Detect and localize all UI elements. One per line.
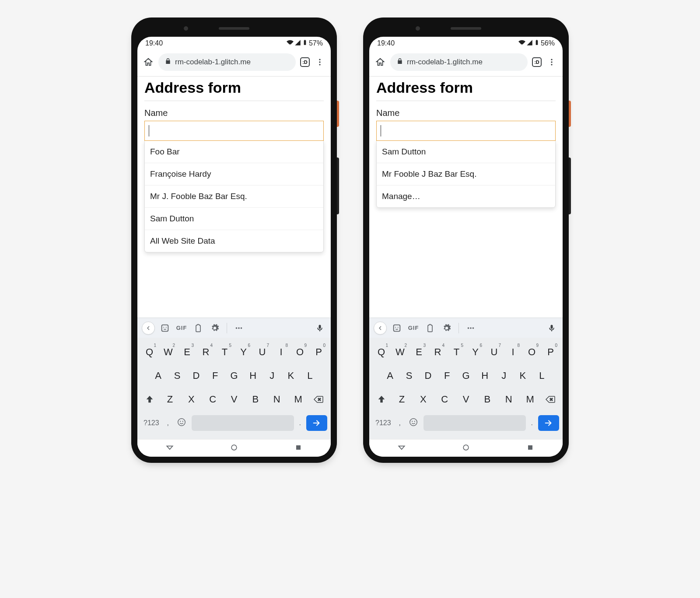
home-icon[interactable] xyxy=(374,56,386,68)
backspace-key[interactable] xyxy=(541,394,560,405)
emoji-key[interactable] xyxy=(174,413,189,433)
nav-recent-icon[interactable] xyxy=(294,443,303,454)
spacebar-key[interactable] xyxy=(192,415,294,431)
keyboard-back-icon[interactable] xyxy=(374,322,387,335)
nav-home-icon[interactable] xyxy=(230,443,238,454)
key-O[interactable]: O9 xyxy=(290,342,309,362)
address-bar[interactable]: rm-codelab-1.glitch.me xyxy=(390,53,528,71)
address-bar[interactable]: rm-codelab-1.glitch.me xyxy=(158,53,296,71)
mic-icon[interactable] xyxy=(313,324,326,332)
key-S[interactable]: S xyxy=(168,366,186,386)
autofill-suggestion[interactable]: All Web Site Data xyxy=(145,230,323,252)
shift-key[interactable] xyxy=(140,395,159,404)
key-I[interactable]: I8 xyxy=(504,342,522,362)
more-icon[interactable] xyxy=(464,323,477,333)
key-B[interactable]: B xyxy=(476,389,498,409)
key-A[interactable]: A xyxy=(149,366,168,386)
enter-key[interactable] xyxy=(538,415,559,431)
key-E[interactable]: E3 xyxy=(410,342,428,362)
key-W[interactable]: W2 xyxy=(159,342,178,362)
key-X[interactable]: X xyxy=(413,389,434,409)
sticker-icon[interactable] xyxy=(158,323,172,333)
overflow-menu-icon[interactable] xyxy=(314,56,326,68)
key-I[interactable]: I8 xyxy=(272,342,290,362)
keyboard-back-icon[interactable] xyxy=(142,322,155,335)
tabs-button[interactable]: :D xyxy=(300,57,310,67)
key-J[interactable]: J xyxy=(494,366,513,386)
key-V[interactable]: V xyxy=(224,389,245,409)
gif-button[interactable]: GIF xyxy=(407,325,420,331)
key-M[interactable]: M xyxy=(287,389,309,409)
period-key[interactable]: . xyxy=(528,415,536,431)
key-E[interactable]: E3 xyxy=(178,342,196,362)
key-L[interactable]: L xyxy=(301,366,319,386)
period-key[interactable]: . xyxy=(297,415,304,431)
key-L[interactable]: L xyxy=(532,366,551,386)
key-Q[interactable]: Q1 xyxy=(372,342,391,362)
nav-recent-icon[interactable] xyxy=(526,443,535,454)
key-U[interactable]: U7 xyxy=(253,342,272,362)
key-S[interactable]: S xyxy=(399,366,418,386)
tabs-button[interactable]: :D xyxy=(532,57,542,67)
key-T[interactable]: T5 xyxy=(215,342,234,362)
key-T[interactable]: T5 xyxy=(447,342,466,362)
gif-button[interactable]: GIF xyxy=(175,325,188,331)
home-icon[interactable] xyxy=(143,56,154,68)
comma-key[interactable]: , xyxy=(396,415,403,431)
key-H[interactable]: H xyxy=(244,366,262,386)
key-P[interactable]: P0 xyxy=(309,342,328,362)
name-input[interactable] xyxy=(376,121,556,141)
comma-key[interactable]: , xyxy=(164,415,172,431)
key-R[interactable]: R4 xyxy=(428,342,447,362)
key-C[interactable]: C xyxy=(202,389,224,409)
key-F[interactable]: F xyxy=(438,366,456,386)
mic-icon[interactable] xyxy=(545,324,558,332)
key-U[interactable]: U7 xyxy=(485,342,504,362)
more-icon[interactable] xyxy=(232,323,245,333)
key-R[interactable]: R4 xyxy=(196,342,215,362)
key-Z[interactable]: Z xyxy=(159,389,181,409)
spacebar-key[interactable] xyxy=(424,415,526,431)
nav-back-icon[interactable] xyxy=(165,443,174,454)
key-C[interactable]: C xyxy=(434,389,455,409)
autofill-suggestion[interactable]: Manage… xyxy=(377,185,555,207)
key-D[interactable]: D xyxy=(419,366,438,386)
key-M[interactable]: M xyxy=(519,389,541,409)
key-A[interactable]: A xyxy=(381,366,399,386)
symbols-key[interactable]: ?123 xyxy=(141,415,162,431)
name-input[interactable] xyxy=(144,121,324,141)
gear-icon[interactable] xyxy=(440,324,453,332)
autofill-suggestion[interactable]: Foo Bar xyxy=(145,141,323,163)
nav-back-icon[interactable] xyxy=(397,443,406,454)
key-G[interactable]: G xyxy=(456,366,475,386)
autofill-suggestion[interactable]: Françoise Hardy xyxy=(145,163,323,185)
key-N[interactable]: N xyxy=(266,389,287,409)
key-D[interactable]: D xyxy=(187,366,206,386)
key-Q[interactable]: Q1 xyxy=(140,342,159,362)
autofill-suggestion[interactable]: Sam Dutton xyxy=(145,208,323,230)
autofill-suggestion[interactable]: Mr Fooble J Baz Bar Esq. xyxy=(377,163,555,185)
nav-home-icon[interactable] xyxy=(462,443,470,454)
key-J[interactable]: J xyxy=(262,366,281,386)
key-V[interactable]: V xyxy=(455,389,477,409)
key-F[interactable]: F xyxy=(206,366,224,386)
key-P[interactable]: P0 xyxy=(541,342,560,362)
shift-key[interactable] xyxy=(372,395,391,404)
overflow-menu-icon[interactable] xyxy=(546,56,557,68)
key-O[interactable]: O9 xyxy=(522,342,541,362)
key-K[interactable]: K xyxy=(513,366,532,386)
key-Y[interactable]: Y6 xyxy=(466,342,485,362)
autofill-suggestion[interactable]: Sam Dutton xyxy=(377,141,555,163)
key-Y[interactable]: Y6 xyxy=(234,342,253,362)
symbols-key[interactable]: ?123 xyxy=(373,415,394,431)
key-G[interactable]: G xyxy=(224,366,243,386)
emoji-key[interactable] xyxy=(406,413,421,433)
autofill-suggestion[interactable]: Mr J. Fooble Baz Bar Esq. xyxy=(145,185,323,208)
key-W[interactable]: W2 xyxy=(391,342,410,362)
clipboard-icon[interactable] xyxy=(424,324,437,332)
key-Z[interactable]: Z xyxy=(391,389,413,409)
key-H[interactable]: H xyxy=(476,366,494,386)
sticker-icon[interactable] xyxy=(390,323,403,333)
backspace-key[interactable] xyxy=(309,394,328,405)
key-B[interactable]: B xyxy=(245,389,266,409)
